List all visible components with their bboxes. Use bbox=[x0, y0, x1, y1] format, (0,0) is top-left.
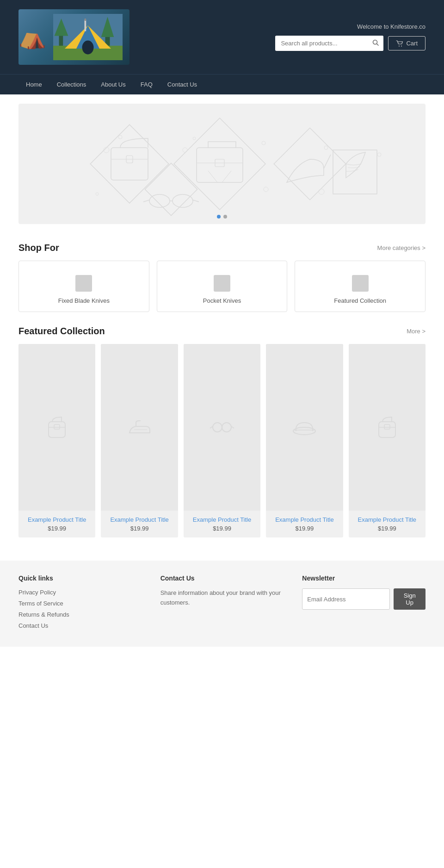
svg-point-48 bbox=[213, 423, 222, 432]
hero-dot-2[interactable] bbox=[223, 215, 227, 219]
svg-line-24 bbox=[222, 171, 231, 182]
contact-text: Share information about your brand with … bbox=[160, 588, 284, 608]
svg-point-36 bbox=[183, 148, 187, 152]
category-card[interactable]: Featured Collection bbox=[295, 261, 426, 312]
footer-link-privacy-policy[interactable]: Privacy Policy bbox=[18, 589, 56, 596]
svg-point-8 bbox=[82, 41, 94, 55]
product-image bbox=[184, 344, 260, 511]
footer-grid: Quick links Privacy PolicyTerms of Servi… bbox=[18, 575, 426, 633]
product-card[interactable]: Example Product Title $19.99 bbox=[266, 344, 343, 537]
more-categories-link[interactable]: More categories > bbox=[377, 244, 426, 251]
hero-dot-1[interactable] bbox=[217, 215, 221, 219]
category-card[interactable]: Fixed Blade Knives bbox=[18, 261, 149, 312]
svg-point-41 bbox=[319, 189, 324, 194]
footer-link-returns-&-refunds[interactable]: Returns & Refunds bbox=[18, 611, 69, 618]
product-image bbox=[266, 344, 343, 511]
product-title: Example Product Title bbox=[106, 516, 172, 523]
category-icon bbox=[214, 275, 230, 292]
product-card[interactable]: Example Product Title $19.99 bbox=[101, 344, 178, 537]
shop-for-title: Shop For bbox=[18, 243, 59, 253]
product-price: $19.99 bbox=[354, 525, 420, 532]
product-image bbox=[18, 344, 95, 511]
newsletter-signup-button[interactable]: Sign Up bbox=[394, 588, 426, 610]
shop-for-section: Shop For More categories > Fixed Blade K… bbox=[0, 233, 444, 321]
featured-section: Featured Collection More > Example Produ… bbox=[0, 321, 444, 547]
product-grid: Example Product Title $19.99 Example Pro… bbox=[18, 344, 426, 537]
svg-rect-57 bbox=[384, 425, 390, 429]
svg-rect-25 bbox=[274, 128, 346, 200]
nav-item-contact-us[interactable]: Contact Us bbox=[160, 75, 204, 94]
svg-rect-28 bbox=[145, 163, 197, 215]
footer: Quick links Privacy PolicyTerms of Servi… bbox=[0, 561, 444, 647]
svg-rect-16 bbox=[111, 148, 148, 180]
category-card[interactable]: Pocket Knives bbox=[157, 261, 288, 312]
svg-point-39 bbox=[264, 187, 268, 192]
product-info: Example Product Title $19.99 bbox=[101, 511, 178, 537]
category-icon bbox=[352, 275, 369, 292]
header-actions: Cart bbox=[275, 36, 426, 51]
svg-point-29 bbox=[149, 194, 170, 207]
newsletter-form: Sign Up bbox=[302, 588, 426, 610]
svg-rect-44 bbox=[49, 422, 65, 437]
product-image bbox=[101, 344, 178, 511]
svg-rect-46 bbox=[54, 425, 60, 429]
product-title: Example Product Title bbox=[189, 516, 255, 523]
hero-content bbox=[18, 104, 426, 224]
newsletter-title: Newsletter bbox=[302, 575, 426, 582]
svg-rect-55 bbox=[379, 422, 395, 437]
nav-item-collections[interactable]: Collections bbox=[49, 75, 94, 94]
search-icon bbox=[372, 39, 379, 46]
product-info: Example Product Title $19.99 bbox=[184, 511, 260, 537]
product-card[interactable]: Example Product Title $19.99 bbox=[18, 344, 95, 537]
category-label: Pocket Knives bbox=[166, 297, 278, 304]
product-price: $19.99 bbox=[106, 525, 172, 532]
svg-point-53 bbox=[293, 427, 315, 435]
search-input[interactable] bbox=[275, 36, 368, 50]
header: Welcome to Knifestore.co Cart bbox=[0, 0, 444, 74]
svg-point-30 bbox=[173, 194, 193, 207]
svg-rect-10 bbox=[85, 19, 86, 21]
newsletter-input[interactable] bbox=[302, 588, 390, 610]
footer-contact: Contact Us Share information about your … bbox=[160, 575, 284, 633]
featured-title: Featured Collection bbox=[18, 326, 105, 337]
nav-item-about-us[interactable]: About Us bbox=[93, 75, 133, 94]
product-card[interactable]: Example Product Title $19.99 bbox=[349, 344, 426, 537]
product-price: $19.99 bbox=[271, 525, 337, 532]
footer-link-terms-of-service[interactable]: Terms of Service bbox=[18, 600, 63, 607]
footer-link-contact-us[interactable]: Contact Us bbox=[18, 622, 48, 629]
product-info: Example Product Title $19.99 bbox=[349, 511, 426, 537]
nav-item-home[interactable]: Home bbox=[18, 75, 49, 94]
svg-point-13 bbox=[399, 45, 400, 46]
svg-point-43 bbox=[96, 193, 99, 195]
svg-rect-19 bbox=[174, 118, 265, 210]
featured-header: Featured Collection More > bbox=[18, 326, 426, 337]
svg-point-14 bbox=[401, 45, 402, 46]
svg-line-12 bbox=[377, 44, 379, 46]
featured-more-link[interactable]: More > bbox=[407, 328, 426, 335]
svg-line-33 bbox=[193, 200, 199, 202]
cart-button[interactable]: Cart bbox=[388, 36, 426, 50]
svg-line-32 bbox=[143, 200, 149, 202]
search-button[interactable] bbox=[368, 36, 383, 51]
hero-slideshow bbox=[18, 104, 426, 224]
svg-point-37 bbox=[193, 137, 196, 140]
category-icon bbox=[75, 275, 92, 292]
contact-title: Contact Us bbox=[160, 575, 284, 582]
product-title: Example Product Title bbox=[24, 516, 90, 523]
category-grid: Fixed Blade Knives Pocket Knives Feature… bbox=[18, 261, 426, 312]
header-right: Welcome to Knifestore.co Cart bbox=[275, 23, 426, 51]
svg-line-23 bbox=[208, 171, 217, 182]
cart-icon bbox=[396, 40, 403, 47]
category-label: Featured Collection bbox=[304, 297, 416, 304]
nav-item-faq[interactable]: FAQ bbox=[133, 75, 160, 94]
footer-links-list: Privacy PolicyTerms of ServiceReturns & … bbox=[18, 588, 142, 629]
product-card[interactable]: Example Product Title $19.99 bbox=[184, 344, 260, 537]
svg-point-40 bbox=[324, 146, 328, 150]
main-nav: HomeCollectionsAbout UsFAQContact Us bbox=[0, 74, 444, 94]
logo[interactable] bbox=[18, 9, 130, 65]
search-bar bbox=[275, 36, 383, 51]
product-price: $19.99 bbox=[189, 525, 255, 532]
product-title: Example Product Title bbox=[354, 516, 420, 523]
product-info: Example Product Title $19.99 bbox=[266, 511, 343, 537]
hero-dots bbox=[217, 215, 227, 219]
